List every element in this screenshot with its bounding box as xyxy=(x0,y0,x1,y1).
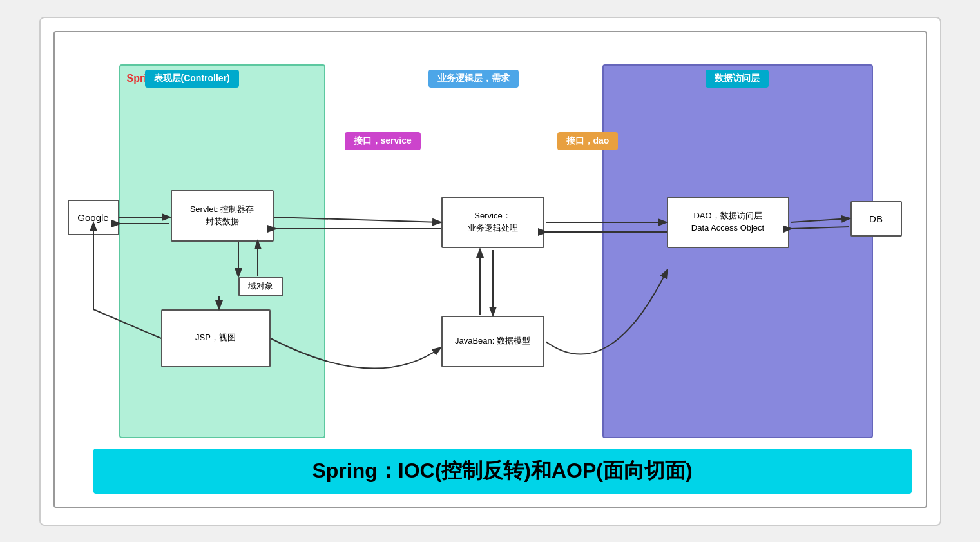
javabean-box: JavaBean: 数据模型 xyxy=(441,316,544,367)
badge-presentation: 表现层(Controller) xyxy=(145,70,239,88)
servlet-box: Servlet: 控制器存 封装数据 xyxy=(171,190,274,242)
spring-bar-text: Spring：IOC(控制反转)和AOP(面向切面) xyxy=(312,457,692,485)
badge-interface-service: 接口，service xyxy=(345,132,421,150)
google-box: Google xyxy=(68,200,119,235)
dao-box: DAO，数据访问层 Data Access Object xyxy=(667,197,789,248)
diagram-container: SpringMVC框架 表现层(Controller) 业务逻辑层，需求 数据访… xyxy=(39,17,941,526)
db-box: DB xyxy=(850,201,902,237)
service-box: Service： 业务逻辑处理 xyxy=(441,197,544,248)
jsp-box: JSP，视图 xyxy=(161,309,271,367)
badge-interface-dao: 接口，dao xyxy=(557,132,619,150)
spring-bar: Spring：IOC(控制反转)和AOP(面向切面) xyxy=(93,449,912,494)
badge-business: 业务逻辑层，需求 xyxy=(428,70,519,88)
main-frame: SpringMVC框架 表现层(Controller) 业务逻辑层，需求 数据访… xyxy=(53,31,927,508)
data-access-area xyxy=(602,64,873,438)
springmvc-area: SpringMVC框架 xyxy=(119,64,325,438)
domain-box: 域对象 xyxy=(238,277,283,296)
badge-data-access: 数据访问层 xyxy=(706,70,769,88)
